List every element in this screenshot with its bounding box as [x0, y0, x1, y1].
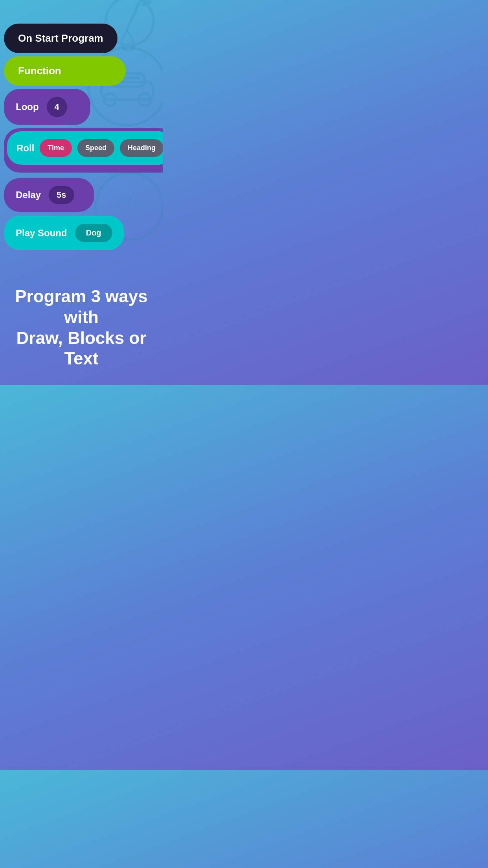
play-sound-label: Play Sound — [16, 228, 67, 239]
roll-block-wrapper: Roll Time Speed Heading — [4, 128, 163, 173]
tagline: Program 3 ways with Draw, Blocks or Text — [12, 286, 151, 369]
on-start-label: On Start Program — [18, 32, 103, 44]
blocks-container: On Start Program Function Loop 4 Roll Ti… — [0, 0, 163, 259]
tagline-line1: Program 3 ways with — [15, 287, 148, 327]
loop-block[interactable]: Loop 4 — [4, 89, 90, 125]
loop-label: Loop — [16, 101, 39, 112]
delay-value: 5s — [57, 190, 66, 200]
function-block[interactable]: Function — [4, 56, 126, 86]
time-pill[interactable]: Time — [40, 139, 72, 157]
delay-label: Delay — [16, 189, 41, 200]
play-sound-value-badge[interactable]: Dog — [75, 224, 112, 242]
delay-value-badge[interactable]: 5s — [49, 186, 74, 204]
roll-label: Roll — [17, 143, 34, 154]
bottom-section: Program 3 ways with Draw, Blocks or Text — [0, 267, 163, 385]
play-sound-block[interactable]: Play Sound Dog — [4, 216, 124, 250]
play-sound-value: Dog — [86, 228, 101, 237]
heading-pill[interactable]: Heading — [120, 139, 163, 157]
time-pill-label: Time — [48, 144, 64, 152]
loop-value-badge[interactable]: 4 — [47, 97, 67, 117]
roll-block[interactable]: Roll Time Speed Heading — [7, 131, 163, 165]
delay-block[interactable]: Delay 5s — [4, 178, 94, 212]
speed-pill-label: Speed — [85, 144, 106, 152]
function-label: Function — [18, 65, 61, 77]
speed-pill[interactable]: Speed — [77, 139, 114, 157]
tagline-line2: Draw, Blocks or Text — [17, 328, 147, 368]
on-start-block[interactable]: On Start Program — [4, 24, 117, 53]
loop-value: 4 — [55, 102, 59, 112]
heading-pill-label: Heading — [128, 144, 156, 152]
